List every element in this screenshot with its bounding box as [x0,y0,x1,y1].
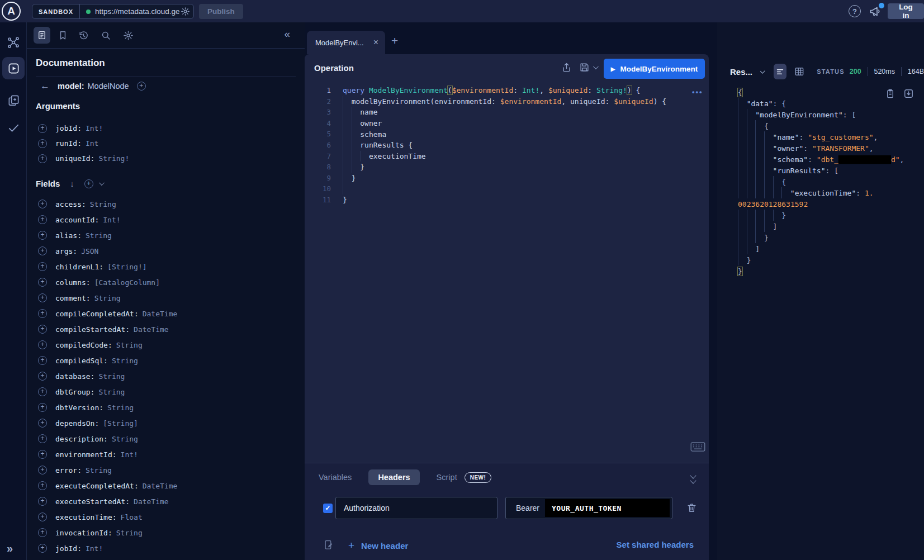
save-menu-chevron-icon[interactable] [593,64,599,69]
add-field-to-query-icon[interactable]: + [38,387,47,396]
new-tab-icon[interactable]: + [391,34,398,48]
schema-graph-icon[interactable] [7,36,20,49]
documentation-tab-icon[interactable] [34,27,50,44]
announcements-megaphone-icon[interactable] [869,4,883,18]
add-field-to-query-icon[interactable]: + [38,139,47,148]
edit-headers-document-icon[interactable] [323,539,334,550]
schema-field-row[interactable]: +error:String [27,462,305,478]
response-panel-title[interactable]: Res... [730,67,752,77]
keyboard-shortcuts-icon[interactable] [690,442,705,452]
schema-field-row[interactable]: +executionTime:Float [27,509,305,525]
field-type[interactable]: Int! [121,450,138,459]
schema-field-row[interactable]: +jobId:Int! [27,121,305,136]
field-type[interactable]: String [98,372,125,381]
download-response-icon[interactable] [903,88,914,99]
new-header-button[interactable]: + New header [348,539,408,552]
add-field-to-query-icon[interactable]: + [38,544,47,553]
field-type[interactable]: String [116,341,143,349]
search-icon[interactable] [101,30,111,41]
tree-view-toggle[interactable] [774,64,786,79]
endpoint-url[interactable]: https://metadata.cloud.getd [95,7,179,16]
operation-collections-icon[interactable] [7,94,20,107]
schema-field-row[interactable]: +executeCompletedAt:DateTime [27,478,305,493]
field-type[interactable]: String [86,466,112,474]
schema-field-row[interactable]: +compileCompletedAt:DateTime [27,306,305,321]
explorer-settings-gear-icon[interactable] [123,30,134,41]
field-type[interactable]: String [94,294,121,302]
bookmarks-icon[interactable] [58,30,68,41]
schema-field-row[interactable]: +dbtVersion:String [27,400,305,415]
schema-field-row[interactable]: +compiledCode:String [27,337,305,353]
field-type[interactable]: String [86,231,112,240]
schema-field-row[interactable]: +access:String [27,196,305,212]
field-type[interactable]: DateTime [143,482,178,490]
schema-field-row[interactable]: +comment:String [27,290,305,306]
add-field-to-query-icon[interactable]: + [38,356,47,365]
field-type[interactable]: String! [98,154,129,163]
schema-field-row[interactable]: +dependsOn:[String] [27,415,305,431]
save-operation-icon[interactable] [579,62,590,73]
header-name-input[interactable]: Authorization [335,497,497,519]
add-field-to-query-icon[interactable]: + [38,293,47,302]
tab-variables[interactable]: Variables [319,473,352,482]
field-type[interactable]: String [112,435,138,443]
fields-menu-chevron-icon[interactable] [99,180,105,186]
back-arrow-icon[interactable]: ← [40,80,50,92]
add-field-to-query-icon[interactable]: + [38,309,47,318]
field-type[interactable]: String [116,529,143,537]
schema-field-row[interactable]: +database:String [27,368,305,384]
schema-field-row[interactable]: +runId:Int [27,136,305,151]
add-field-to-query-icon[interactable]: + [38,372,47,381]
breadcrumb-type[interactable]: ModelNode [88,82,129,91]
schema-field-row[interactable]: +accountId:Int! [27,212,305,227]
field-type[interactable]: Int! [86,544,103,553]
schema-field-row[interactable]: +environmentId:Int! [27,447,305,462]
collapse-panel-icon[interactable]: « [284,28,290,40]
response-menu-chevron-icon[interactable] [760,68,765,73]
tab-headers[interactable]: Headers [368,469,419,485]
add-type-icon[interactable]: + [137,82,146,91]
table-view-toggle[interactable] [794,66,805,77]
field-type[interactable]: String [107,404,134,412]
field-type[interactable]: Int! [103,216,120,224]
auth-token-value[interactable]: YOUR_AUTH_TOKEN [545,499,670,517]
schema-field-row[interactable]: +compileStartedAt:DateTime [27,321,305,337]
add-field-to-query-icon[interactable]: + [38,154,47,163]
connection-settings-gear-icon[interactable] [181,7,190,16]
field-type[interactable]: String [112,357,138,365]
history-icon[interactable] [78,30,89,41]
field-type[interactable]: Int [86,139,98,148]
add-field-to-query-icon[interactable]: + [38,325,47,334]
add-field-to-query-icon[interactable]: + [38,200,47,208]
apollo-logo-icon[interactable]: A [2,2,21,21]
schema-field-row[interactable]: +jobId:Int! [27,540,305,556]
header-enabled-checkbox[interactable]: ✓ [323,504,333,513]
add-field-to-query-icon[interactable]: + [38,419,47,428]
add-field-to-query-icon[interactable]: + [38,528,47,537]
operation-tab[interactable]: ModelByEnvi... × [307,31,385,54]
field-type[interactable]: String [98,388,125,396]
schema-field-row[interactable]: +alias:String [27,227,305,243]
add-field-to-query-icon[interactable]: + [38,340,47,349]
field-type[interactable]: [String] [103,419,138,428]
add-field-to-query-icon[interactable]: + [38,262,47,271]
publish-button[interactable]: Publish [199,4,243,19]
explorer-nav-item[interactable] [2,57,25,79]
run-operation-button[interactable]: ▶ ModelByEnvironment [604,59,705,79]
schema-field-row[interactable]: +dbtGroup:String [27,384,305,400]
field-type[interactable]: DateTime [134,325,169,334]
add-field-to-query-icon[interactable]: + [38,434,47,443]
field-type[interactable]: String [90,200,116,208]
add-field-to-query-icon[interactable]: + [38,231,47,240]
sort-fields-icon[interactable]: ↓ [70,179,74,188]
schema-field-row[interactable]: +args:JSON [27,243,305,259]
field-type[interactable]: DateTime [134,497,169,506]
schema-field-row[interactable]: +columns:[CatalogColumn] [27,274,305,290]
help-icon[interactable]: ? [849,5,861,17]
collapse-section-icon[interactable] [691,474,695,484]
tab-script[interactable]: Script [437,473,457,482]
field-type[interactable]: [String!] [107,263,146,271]
add-field-to-query-icon[interactable]: + [38,512,47,521]
add-field-to-query-icon[interactable]: + [38,403,47,412]
add-field-to-query-icon[interactable]: + [38,481,47,490]
